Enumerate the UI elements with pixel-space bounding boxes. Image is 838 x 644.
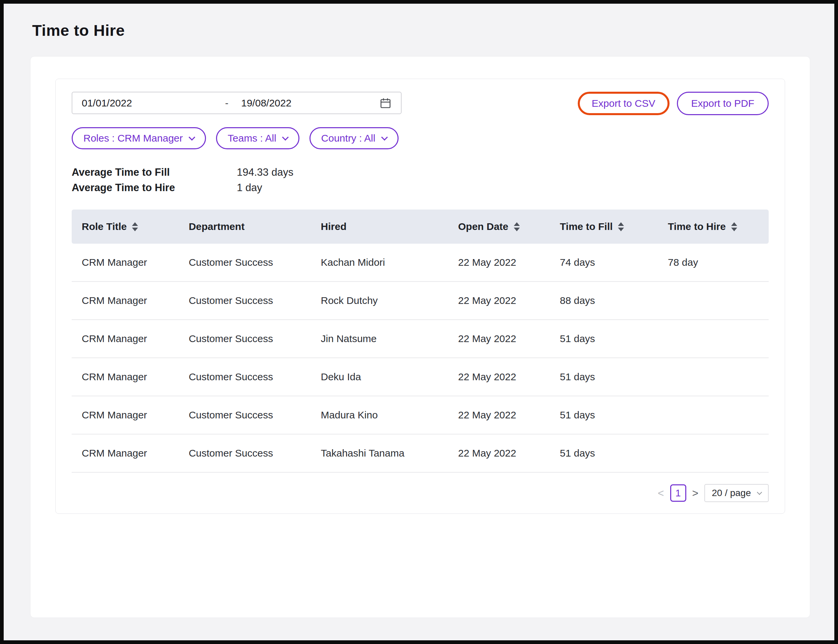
cell-open-date: 22 May 2022 (448, 358, 550, 396)
sort-icon[interactable] (514, 222, 520, 231)
toolbar: 01/01/2022 - 19/08/2022 Export to CSV Ex… (72, 92, 769, 115)
calendar-icon[interactable] (379, 97, 392, 109)
chevron-down-icon (282, 134, 289, 141)
cell-role-title: CRM Manager (72, 281, 178, 320)
cell-hired: Rock Dutchy (311, 281, 448, 320)
column-label: Department (189, 221, 245, 232)
cell-department: Customer Success (178, 281, 311, 320)
cell-time-to-fill: 51 days (550, 434, 658, 472)
cell-role-title: CRM Manager (72, 434, 178, 472)
cell-department: Customer Success (178, 320, 311, 358)
filter-country-dropdown[interactable]: Country : All (310, 127, 398, 149)
cell-department: Customer Success (178, 434, 311, 472)
cell-time-to-hire: 78 day (658, 244, 769, 281)
table-row: CRM Manager Customer Success Takahashi T… (72, 434, 769, 472)
cell-time-to-fill: 88 days (550, 281, 658, 320)
stat-value: 1 day (237, 180, 262, 196)
stat-value: 194.33 days (237, 165, 293, 180)
content-card: 01/01/2022 - 19/08/2022 Export to CSV Ex… (30, 56, 810, 618)
cell-time-to-hire (658, 320, 769, 358)
cell-time-to-hire (658, 434, 769, 472)
pagination-page-1[interactable]: 1 (670, 484, 686, 502)
cell-hired: Kachan Midori (311, 244, 448, 281)
filter-roles-dropdown[interactable]: Roles : CRM Manager (72, 127, 206, 149)
column-label: Time to Hire (668, 221, 726, 232)
date-separator: - (225, 97, 229, 109)
cell-department: Customer Success (178, 358, 311, 396)
cell-time-to-hire (658, 396, 769, 434)
chevron-down-icon (381, 134, 388, 141)
date-range-picker[interactable]: 01/01/2022 - 19/08/2022 (72, 92, 402, 114)
column-header-open-date[interactable]: Open Date (448, 210, 550, 244)
cell-role-title: CRM Manager (72, 358, 178, 396)
table-row: CRM Manager Customer Success Kachan Mido… (72, 244, 769, 281)
page-size-value: 20 / page (712, 488, 751, 498)
pagination-prev[interactable]: < (658, 487, 664, 499)
stat-avg-time-to-hire: Average Time to Hire 1 day (72, 180, 769, 196)
column-label: Open Date (458, 221, 509, 232)
cell-time-to-fill: 51 days (550, 396, 658, 434)
page-title: Time to Hire (32, 21, 834, 39)
sort-icon[interactable] (132, 222, 138, 231)
column-header-role-title[interactable]: Role Title (72, 210, 178, 244)
date-end[interactable]: 19/08/2022 (241, 97, 291, 109)
cell-role-title: CRM Manager (72, 396, 178, 434)
cell-role-title: CRM Manager (72, 244, 178, 281)
chevron-down-icon (189, 134, 195, 141)
export-pdf-button[interactable]: Export to PDF (677, 92, 769, 115)
filter-teams-label: Teams : All (228, 133, 276, 144)
stat-avg-time-to-fill: Average Time to Fill 194.33 days (72, 165, 769, 180)
sort-icon[interactable] (731, 222, 737, 231)
cell-role-title: CRM Manager (72, 320, 178, 358)
cell-hired: Jin Natsume (311, 320, 448, 358)
cell-department: Customer Success (178, 244, 311, 281)
table-row: CRM Manager Customer Success Jin Natsume… (72, 320, 769, 358)
cell-time-to-fill: 51 days (550, 358, 658, 396)
column-header-time-to-fill[interactable]: Time to Fill (550, 210, 658, 244)
stat-label: Average Time to Hire (72, 180, 237, 196)
cell-open-date: 22 May 2022 (448, 244, 550, 281)
cell-open-date: 22 May 2022 (448, 281, 550, 320)
pagination-next[interactable]: > (692, 487, 699, 499)
stat-label: Average Time to Fill (72, 165, 237, 180)
table-row: CRM Manager Customer Success Deku Ida 22… (72, 358, 769, 396)
cell-time-to-fill: 74 days (550, 244, 658, 281)
time-to-hire-table: Role Title Department Hired Open Date (72, 210, 769, 473)
cell-time-to-hire (658, 281, 769, 320)
cell-hired: Takahashi Tanama (311, 434, 448, 472)
filter-bar: Roles : CRM Manager Teams : All Country … (72, 127, 769, 149)
column-label: Role Title (82, 221, 127, 232)
cell-open-date: 22 May 2022 (448, 396, 550, 434)
cell-hired: Deku Ida (311, 358, 448, 396)
column-header-department: Department (178, 210, 311, 244)
cell-hired: Madura Kino (311, 396, 448, 434)
table-row: CRM Manager Customer Success Madura Kino… (72, 396, 769, 434)
column-header-hired: Hired (311, 210, 448, 244)
pagination: < 1 > 20 / page (72, 484, 769, 502)
table-header-row: Role Title Department Hired Open Date (72, 210, 769, 244)
date-start[interactable]: 01/01/2022 (82, 97, 225, 109)
table-row: CRM Manager Customer Success Rock Dutchy… (72, 281, 769, 320)
export-csv-button[interactable]: Export to CSV (578, 92, 670, 115)
filter-country-label: Country : All (321, 133, 375, 144)
cell-time-to-hire (658, 358, 769, 396)
chevron-down-icon (757, 490, 762, 495)
cell-open-date: 22 May 2022 (448, 320, 550, 358)
summary-stats: Average Time to Fill 194.33 days Average… (72, 165, 769, 196)
column-label: Hired (321, 221, 347, 232)
filter-roles-label: Roles : CRM Manager (83, 133, 183, 144)
column-label: Time to Fill (560, 221, 613, 232)
export-buttons: Export to CSV Export to PDF (578, 92, 769, 115)
cell-time-to-fill: 51 days (550, 320, 658, 358)
cell-open-date: 22 May 2022 (448, 434, 550, 472)
sort-icon[interactable] (618, 222, 624, 231)
cell-department: Customer Success (178, 396, 311, 434)
filter-teams-dropdown[interactable]: Teams : All (216, 127, 300, 149)
page-size-select[interactable]: 20 / page (705, 484, 769, 502)
column-header-time-to-hire[interactable]: Time to Hire (658, 210, 769, 244)
report-panel: 01/01/2022 - 19/08/2022 Export to CSV Ex… (55, 79, 785, 514)
